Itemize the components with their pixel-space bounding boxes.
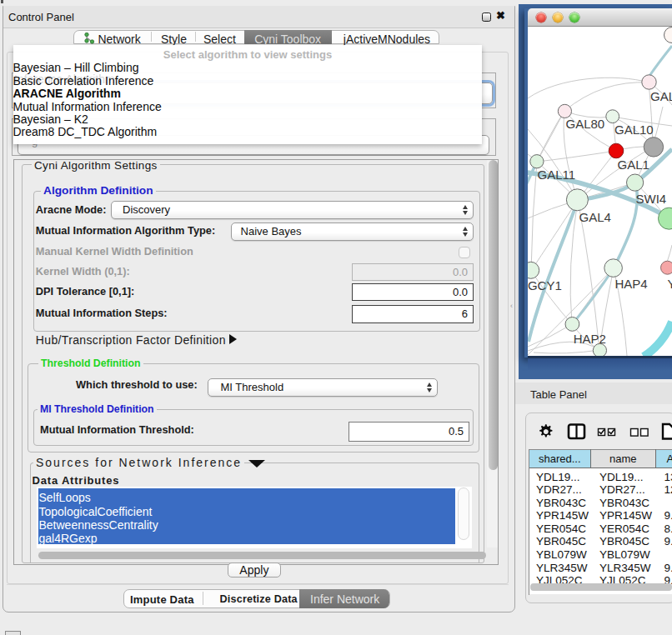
svg-text:SWI4: SWI4	[636, 192, 667, 206]
svg-text:GCY1: GCY1	[528, 278, 562, 292]
svg-text:GAL4: GAL4	[579, 210, 611, 224]
svg-text:Y: Y	[668, 277, 672, 291]
svg-text:HAP2: HAP2	[574, 332, 606, 346]
svg-text:HAP4: HAP4	[614, 277, 647, 291]
svg-text:GAL80: GAL80	[566, 117, 605, 131]
svg-text:GAL7: GAL7	[650, 89, 672, 103]
svg-text:GAL11: GAL11	[538, 168, 576, 182]
svg-text:GAL10: GAL10	[614, 122, 654, 137]
svg-text:GAL1: GAL1	[618, 158, 649, 172]
